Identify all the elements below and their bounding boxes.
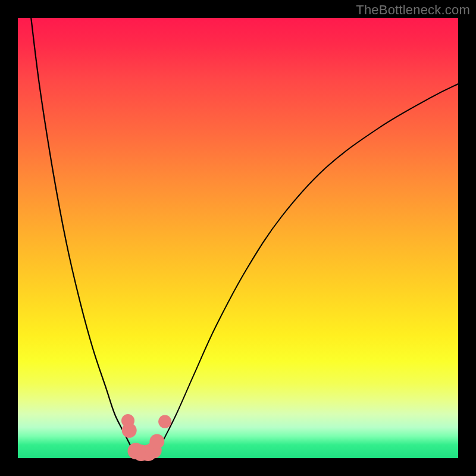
chart-plot-area: [18, 18, 458, 458]
chart-marker: [122, 423, 137, 438]
chart-svg: [18, 18, 458, 458]
chart-frame: TheBottleneck.com: [0, 0, 476, 476]
chart-marker: [149, 434, 164, 449]
chart-marker: [158, 415, 171, 428]
curve-left-branch: [31, 18, 137, 458]
watermark-text: TheBottleneck.com: [356, 2, 470, 18]
curve-right-branch: [154, 84, 458, 458]
